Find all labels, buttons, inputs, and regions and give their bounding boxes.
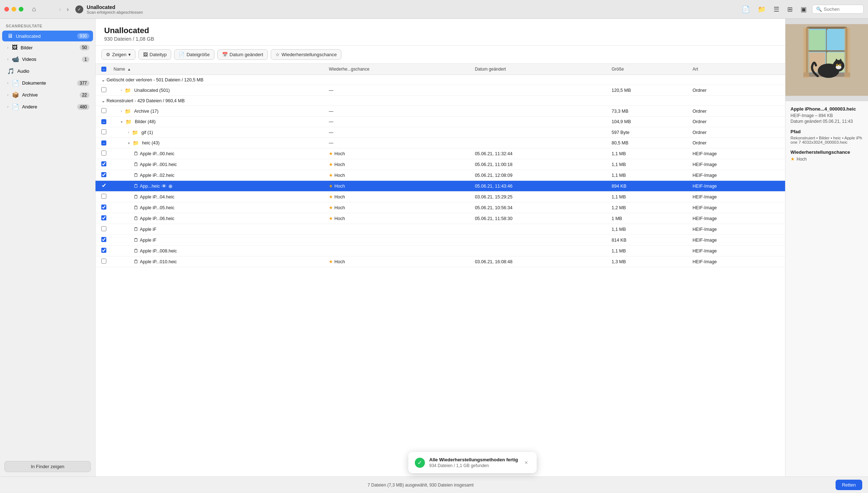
folder-button[interactable]: 📁: [755, 4, 768, 15]
row-checkbox[interactable]: [101, 108, 106, 113]
new-document-button[interactable]: 📄: [739, 4, 752, 15]
expand-button[interactable]: ›: [119, 88, 123, 92]
row-checkbox-cell[interactable]: [96, 159, 110, 170]
row-checkbox-cell[interactable]: [96, 246, 110, 256]
expand-button[interactable]: ›: [127, 130, 130, 134]
toast-success-icon: ✓: [415, 458, 425, 468]
table-row[interactable]: 🗒 Apple iP...06.heic ★ Hoch 05.06.21, 11…: [96, 213, 785, 224]
row-checkbox[interactable]: [101, 205, 106, 210]
table-row[interactable]: 🗒 Apple iP...04.heic ★ Hoch 03.06.21, 15…: [96, 192, 785, 202]
col-name[interactable]: Name ▲: [110, 64, 325, 75]
table-row[interactable]: 🗒 Apple iF 1,1 MB HEIF-Image: [96, 224, 785, 235]
row-type: HEIF-Image: [689, 170, 785, 181]
row-checkbox[interactable]: [101, 259, 106, 264]
table-row[interactable]: 🗒 Apple iP...02.heic ★ Hoch 05.06.21, 12…: [96, 170, 785, 181]
table-row[interactable]: 🗒 Apple iP...05.heic ★ Hoch 05.06.21, 10…: [96, 202, 785, 213]
row-chance: ★ Hoch: [325, 192, 471, 202]
right-panel: Apple iPhone...4_000003.heic HEIF-Image …: [785, 19, 868, 476]
row-checkbox-cell[interactable]: [96, 256, 110, 267]
grid-view-button[interactable]: ⊞: [785, 4, 795, 15]
filter-label: Datum geändert: [230, 52, 263, 57]
audio-icon: 🎵: [7, 68, 14, 75]
sidebar-item-count: 50: [80, 45, 89, 50]
filter-chance[interactable]: ☆ Wiederherstellungschance: [271, 49, 341, 60]
table-row[interactable]: › 📁 Archive (17) — 73,3 MB Ordner: [96, 106, 785, 117]
table-row[interactable]: 🗒 Apple iF 814 KB HEIF-Image: [96, 235, 785, 246]
toast-close-button[interactable]: ×: [522, 459, 530, 467]
row-checkbox-cell[interactable]: [96, 85, 110, 96]
share-icon[interactable]: ⊕: [168, 183, 173, 189]
partial-checkbox[interactable]: –: [101, 119, 106, 124]
fullscreen-button[interactable]: [19, 7, 23, 12]
row-checkbox[interactable]: [101, 194, 106, 199]
sidebar-item-unallocated[interactable]: 🖥 Unallocated 930: [2, 31, 93, 41]
search-box[interactable]: 🔍: [812, 5, 864, 14]
sidebar-bottom: In Finder zeigen: [0, 457, 95, 476]
forward-button[interactable]: ›: [65, 5, 71, 14]
row-checkbox-cell[interactable]: [96, 213, 110, 224]
back-button[interactable]: ‹: [57, 5, 63, 14]
row-checkbox-cell[interactable]: [96, 127, 110, 138]
row-checkbox-cell[interactable]: [96, 106, 110, 117]
table-row[interactable]: 🗒 Apple iP...008.heic 1,1 MB HEIF-Image: [96, 246, 785, 256]
expand-button[interactable]: ▾: [127, 141, 131, 145]
file-name: Apple iP...008.heic: [140, 248, 177, 254]
partial-checkbox[interactable]: –: [101, 140, 106, 145]
preview-icon[interactable]: 👁: [161, 183, 167, 189]
row-checkbox[interactable]: [101, 215, 106, 220]
sidebar-item-archive[interactable]: › 📦 Archive 22: [2, 89, 93, 100]
folder-icon: 📁: [125, 88, 131, 93]
row-checkbox[interactable]: [101, 151, 106, 156]
retten-button[interactable]: Retten: [836, 480, 862, 490]
sidebar-section-label: Scanresultate: [0, 19, 95, 30]
row-checkbox[interactable]: [101, 183, 106, 188]
row-checkbox[interactable]: [101, 248, 106, 253]
row-checkbox-cell[interactable]: –: [96, 117, 110, 127]
sidebar-item-andere[interactable]: › 📄 Andere 480: [2, 101, 93, 112]
row-checkbox[interactable]: [101, 226, 106, 231]
row-checkbox[interactable]: [101, 87, 106, 92]
table-row[interactable]: 🗒 Apple iP...00.heic ★ Hoch 05.06.21, 11…: [96, 148, 785, 159]
row-checkbox-cell[interactable]: [96, 181, 110, 192]
filter-dateigrosse[interactable]: 📄 Dateigröße: [174, 49, 214, 60]
row-checkbox-cell[interactable]: [96, 202, 110, 213]
search-input[interactable]: [824, 6, 860, 12]
select-all-checkbox[interactable]: –: [101, 67, 106, 72]
sidebar-item-videos[interactable]: › 📹 Videos 1: [2, 54, 93, 65]
table-row[interactable]: › 📁 gif (1) — 597 Byte Ordner: [96, 127, 785, 138]
row-checkbox[interactable]: [101, 129, 106, 134]
table-row[interactable]: 🗒 Apple iP...010.heic ★ Hoch 03.06.21, 1…: [96, 256, 785, 267]
row-checkbox-cell[interactable]: [96, 235, 110, 246]
filter-label: Dateityp: [150, 52, 167, 57]
sidebar-toggle-button[interactable]: ▣: [798, 4, 809, 15]
row-checkbox-cell[interactable]: [96, 192, 110, 202]
finder-button[interactable]: In Finder zeigen: [4, 461, 91, 472]
home-button[interactable]: ⌂: [29, 4, 39, 14]
row-checkbox[interactable]: [101, 161, 106, 166]
sidebar-item-dokumente[interactable]: › 📄 Dokumente 377: [2, 77, 93, 89]
row-checkbox-cell[interactable]: [96, 224, 110, 235]
expand-button[interactable]: ▾: [119, 120, 124, 124]
row-type: HEIF-Image: [689, 192, 785, 202]
list-view-button[interactable]: ☰: [771, 4, 782, 15]
row-checkbox[interactable]: [101, 237, 106, 242]
close-button[interactable]: [4, 7, 9, 12]
expand-button[interactable]: ›: [119, 109, 123, 113]
row-checkbox-cell[interactable]: –: [96, 138, 110, 148]
filter-dateityp[interactable]: 🖼 Dateityp: [138, 49, 172, 60]
row-checkbox-cell[interactable]: [96, 148, 110, 159]
table-row[interactable]: › 📁 Unallocated (501) — 120,5 MB Ordner: [96, 85, 785, 96]
filter-zeigen[interactable]: ⚙ Zeigen ▾: [101, 49, 136, 60]
minimize-button[interactable]: [12, 7, 16, 12]
filter-datum[interactable]: 📅 Datum geändert: [217, 49, 268, 60]
table-row[interactable]: – ▾ 📁 Bilder (48) — 104: [96, 117, 785, 127]
table-row[interactable]: 🗒 Apple iP...001.heic ★ Hoch 05.06.21, 1…: [96, 159, 785, 170]
row-checkbox-cell[interactable]: [96, 170, 110, 181]
filter-label: Wiederherstellungschance: [282, 52, 337, 57]
sidebar-item-bilder[interactable]: › 🖼 Bilder 50: [2, 42, 93, 53]
panel-chance-title: Wiederherstellungschance: [790, 149, 863, 155]
table-row-selected[interactable]: 🗒 App...heic 👁 ⊕ ★ Hoch 05.06.21, 11:43:…: [96, 181, 785, 192]
table-row[interactable]: – ▾ 📁 heic (43) — 80,5: [96, 138, 785, 148]
sidebar-item-audio[interactable]: 🎵 Audio: [2, 66, 93, 77]
row-checkbox[interactable]: [101, 172, 106, 177]
